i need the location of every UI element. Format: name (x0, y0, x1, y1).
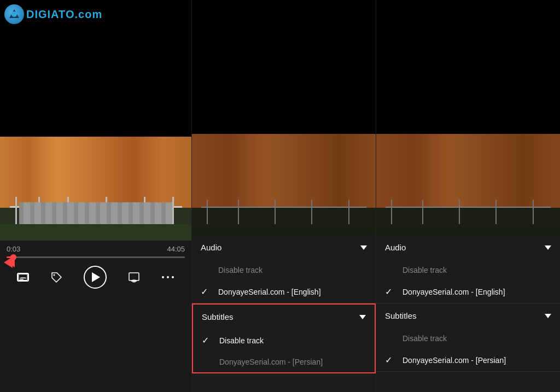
sub-persian-mid[interactable]: DonyayeSerial.com - [Persian] (193, 352, 375, 372)
audio-header-mid[interactable]: Audio (192, 235, 376, 260)
subtitles-dropdown-mid: Subtitles ✓ Disable track DonyayeSerial.… (192, 303, 376, 373)
subtitles-label-mid: Subtitles (202, 312, 234, 321)
svg-point-9 (162, 276, 164, 278)
audio-english-check-right: ✓ (385, 286, 396, 297)
subtitles-dropdown-right: Subtitles Disable track ✓ DonyayeSerial.… (376, 303, 560, 372)
audio-english-label-mid: DonyayeSerial.com - [English] (218, 288, 367, 296)
time-total: 44:05 (167, 245, 185, 253)
middle-panel: Audio Disable track ✓ DonyayeSerial.com … (191, 0, 376, 392)
audio-english-right[interactable]: ✓ DonyayeSerial.com - [English] (376, 280, 560, 303)
audio-dropdown-right: Audio Disable track ✓ DonyayeSerial.com … (376, 235, 560, 303)
audio-english-check-mid: ✓ (201, 286, 212, 297)
logo-bar: DIGIATO.com (4, 4, 102, 24)
svg-point-5 (54, 274, 55, 276)
sub-disable-check-mid: ✓ (202, 335, 213, 346)
audio-disable-mid[interactable]: Disable track (192, 260, 376, 280)
subtitle-icon (17, 273, 29, 282)
logo-circle (4, 4, 24, 24)
more-button[interactable] (161, 276, 174, 279)
subtitles-chevron-mid (359, 315, 366, 319)
sub-disable-mid[interactable]: ✓ Disable track (193, 329, 375, 352)
sub-persian-right[interactable]: ✓ DonyayeSerial.com - [Persian] (376, 349, 560, 371)
sub-persian-label-right: DonyayeSerial.com - [Persian] (402, 356, 551, 365)
audio-disable-label-right: Disable track (402, 266, 551, 274)
video-frame-right (376, 134, 560, 235)
video-frame-left (0, 137, 191, 241)
subtitles-chevron-right (545, 314, 551, 318)
svg-point-10 (167, 276, 169, 278)
subtitles-label-right: Subtitles (385, 311, 417, 320)
video-area-right (376, 0, 560, 235)
time-display: 0:03 44:05 (7, 245, 185, 253)
audio-header-right[interactable]: Audio (376, 235, 560, 260)
sub-persian-check-right: ✓ (385, 355, 396, 365)
video-area-left (0, 0, 191, 241)
svg-point-1 (11, 11, 17, 17)
fullscreen-button[interactable] (128, 272, 140, 283)
sub-persian-label-mid: DonyayeSerial.com - [Persian] (219, 358, 366, 366)
audio-english-mid[interactable]: ✓ DonyayeSerial.com - [English] (192, 280, 376, 303)
control-buttons (7, 266, 185, 289)
subtitles-header-mid[interactable]: Subtitles (193, 305, 375, 329)
svg-rect-7 (131, 280, 137, 282)
logo-text: DIGIATO.com (26, 8, 102, 21)
right-panel: Audio Disable track ✓ DonyayeSerial.com … (376, 0, 560, 392)
menu-section-mid: Audio Disable track ✓ DonyayeSerial.com … (192, 235, 376, 392)
video-area-mid (192, 0, 376, 235)
play-icon (92, 272, 100, 282)
tag-button[interactable] (50, 271, 62, 283)
scene-left (0, 137, 191, 241)
audio-chevron-mid (360, 245, 367, 250)
audio-disable-right[interactable]: Disable track (376, 260, 560, 280)
audio-label-mid: Audio (201, 243, 221, 252)
svg-rect-6 (129, 273, 139, 280)
sub-disable-label-right: Disable track (402, 334, 551, 343)
scene-right (376, 134, 560, 235)
progress-bar[interactable] (7, 256, 185, 258)
subtitle-button[interactable] (17, 273, 29, 282)
svg-point-11 (172, 276, 174, 278)
controls-area: 0:03 44:05 (0, 241, 191, 392)
menu-section-right: Audio Disable track ✓ DonyayeSerial.com … (376, 235, 560, 392)
play-circle (84, 266, 107, 289)
subtitles-header-right[interactable]: Subtitles (376, 303, 560, 328)
audio-label-right: Audio (385, 243, 406, 252)
sub-disable-label-mid: Disable track (219, 336, 366, 345)
time-current: 0:03 (7, 245, 20, 253)
audio-english-label-right: DonyayeSerial.com - [English] (402, 288, 551, 296)
audio-dropdown-mid: Audio Disable track ✓ DonyayeSerial.com … (192, 235, 376, 303)
sub-disable-right[interactable]: Disable track (376, 328, 560, 349)
audio-disable-label-mid: Disable track (218, 266, 367, 274)
play-button[interactable] (84, 266, 107, 289)
left-panel: DIGIATO.com 0:03 44:05 (0, 0, 191, 392)
scene-mid (192, 134, 376, 235)
video-frame-mid (192, 134, 376, 235)
audio-chevron-right (545, 245, 551, 250)
